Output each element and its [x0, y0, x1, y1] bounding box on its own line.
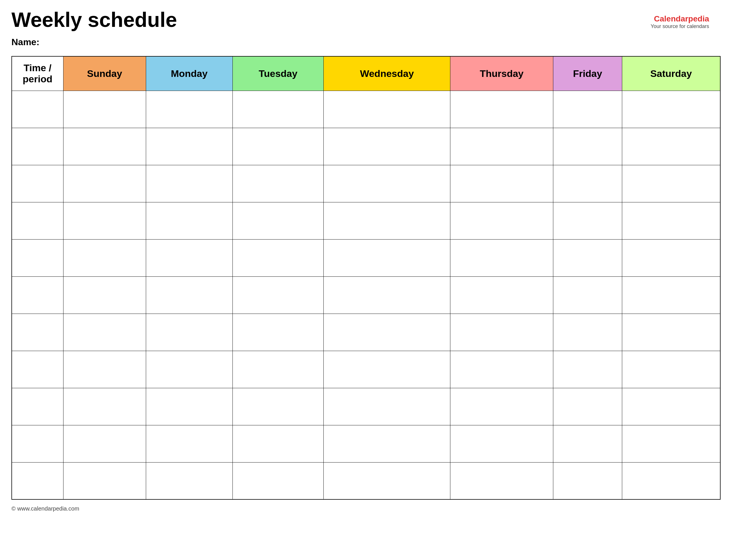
- time-cell[interactable]: [12, 276, 63, 314]
- day-cell[interactable]: [324, 276, 450, 314]
- day-cell[interactable]: [622, 165, 720, 202]
- page-title: Weekly schedule: [11, 9, 721, 31]
- day-cell[interactable]: [232, 202, 324, 239]
- day-cell[interactable]: [63, 351, 146, 388]
- day-cell[interactable]: [450, 202, 553, 239]
- day-cell[interactable]: [232, 165, 324, 202]
- day-cell[interactable]: [146, 388, 232, 425]
- day-cell[interactable]: [450, 462, 553, 499]
- time-cell[interactable]: [12, 351, 63, 388]
- day-cell[interactable]: [324, 351, 450, 388]
- day-cell[interactable]: [324, 202, 450, 239]
- day-cell[interactable]: [232, 425, 324, 462]
- day-cell[interactable]: [622, 91, 720, 128]
- day-cell[interactable]: [146, 351, 232, 388]
- time-cell[interactable]: [12, 462, 63, 499]
- logo-area: Calendarpedia Your source for calendars: [651, 14, 709, 29]
- day-cell[interactable]: [324, 91, 450, 128]
- day-cell[interactable]: [63, 202, 146, 239]
- day-cell[interactable]: [232, 351, 324, 388]
- day-cell[interactable]: [146, 128, 232, 165]
- day-cell[interactable]: [324, 425, 450, 462]
- footer-text: © www.calendarpedia.com: [11, 505, 79, 512]
- day-cell[interactable]: [146, 91, 232, 128]
- day-cell[interactable]: [553, 128, 622, 165]
- day-cell[interactable]: [553, 91, 622, 128]
- name-row: Name:: [11, 37, 721, 47]
- day-cell[interactable]: [232, 128, 324, 165]
- day-cell[interactable]: [232, 239, 324, 276]
- time-cell[interactable]: [12, 314, 63, 351]
- day-cell[interactable]: [622, 128, 720, 165]
- day-cell[interactable]: [553, 351, 622, 388]
- time-cell[interactable]: [12, 425, 63, 462]
- table-row: [12, 91, 720, 128]
- day-cell[interactable]: [553, 165, 622, 202]
- day-cell[interactable]: [232, 314, 324, 351]
- day-cell[interactable]: [324, 128, 450, 165]
- sunday-header: Sunday: [63, 56, 146, 91]
- day-cell[interactable]: [63, 239, 146, 276]
- wednesday-header: Wednesday: [324, 56, 450, 91]
- day-cell[interactable]: [232, 388, 324, 425]
- day-cell[interactable]: [63, 91, 146, 128]
- day-cell[interactable]: [553, 276, 622, 314]
- day-cell[interactable]: [450, 239, 553, 276]
- day-cell[interactable]: [146, 425, 232, 462]
- monday-header: Monday: [146, 56, 232, 91]
- day-cell[interactable]: [324, 239, 450, 276]
- day-cell[interactable]: [450, 128, 553, 165]
- thursday-header: Thursday: [450, 56, 553, 91]
- day-cell[interactable]: [553, 425, 622, 462]
- day-cell[interactable]: [622, 276, 720, 314]
- day-cell[interactable]: [622, 388, 720, 425]
- day-cell[interactable]: [232, 91, 324, 128]
- logo-text: Calendarpedia: [651, 14, 709, 23]
- day-cell[interactable]: [146, 202, 232, 239]
- day-cell[interactable]: [450, 276, 553, 314]
- day-cell[interactable]: [622, 425, 720, 462]
- day-cell[interactable]: [232, 462, 324, 499]
- day-cell[interactable]: [146, 165, 232, 202]
- day-cell[interactable]: [232, 276, 324, 314]
- day-cell[interactable]: [146, 276, 232, 314]
- day-cell[interactable]: [63, 165, 146, 202]
- day-cell[interactable]: [553, 239, 622, 276]
- day-cell[interactable]: [622, 239, 720, 276]
- time-cell[interactable]: [12, 202, 63, 239]
- time-cell[interactable]: [12, 239, 63, 276]
- day-cell[interactable]: [622, 202, 720, 239]
- day-cell[interactable]: [450, 351, 553, 388]
- day-cell[interactable]: [324, 314, 450, 351]
- day-cell[interactable]: [63, 425, 146, 462]
- day-cell[interactable]: [450, 91, 553, 128]
- day-cell[interactable]: [63, 128, 146, 165]
- day-cell[interactable]: [553, 462, 622, 499]
- day-cell[interactable]: [63, 388, 146, 425]
- day-cell[interactable]: [450, 165, 553, 202]
- day-cell[interactable]: [622, 314, 720, 351]
- time-cell[interactable]: [12, 91, 63, 128]
- friday-header: Friday: [553, 56, 622, 91]
- day-cell[interactable]: [553, 388, 622, 425]
- day-cell[interactable]: [622, 462, 720, 499]
- day-cell[interactable]: [622, 351, 720, 388]
- day-cell[interactable]: [450, 388, 553, 425]
- day-cell[interactable]: [146, 314, 232, 351]
- day-cell[interactable]: [63, 462, 146, 499]
- day-cell[interactable]: [553, 314, 622, 351]
- day-cell[interactable]: [146, 239, 232, 276]
- day-cell[interactable]: [450, 314, 553, 351]
- day-cell[interactable]: [324, 165, 450, 202]
- day-cell[interactable]: [324, 462, 450, 499]
- day-cell[interactable]: [553, 202, 622, 239]
- day-cell[interactable]: [450, 425, 553, 462]
- time-cell[interactable]: [12, 165, 63, 202]
- day-cell[interactable]: [146, 462, 232, 499]
- time-cell[interactable]: [12, 388, 63, 425]
- table-row: [12, 276, 720, 314]
- day-cell[interactable]: [63, 276, 146, 314]
- time-cell[interactable]: [12, 128, 63, 165]
- day-cell[interactable]: [63, 314, 146, 351]
- day-cell[interactable]: [324, 388, 450, 425]
